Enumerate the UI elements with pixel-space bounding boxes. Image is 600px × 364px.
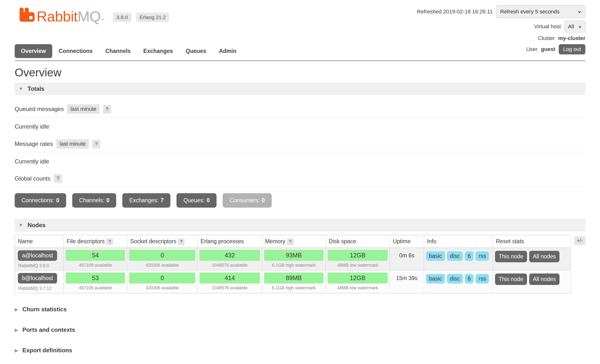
sockets-available: 420306 available — [129, 261, 195, 268]
col-reset-stats: Reset stats — [493, 235, 571, 248]
nodes-header-row: Name File descriptors? Socket descriptor… — [15, 235, 571, 248]
fd-value-bar: 54 — [66, 250, 125, 261]
disk-watermark: 48MB low watermark — [328, 261, 387, 268]
info-badge-disc: disc — [447, 274, 463, 283]
help-icon[interactable]: ? — [287, 238, 294, 245]
totals-section-label: Totals — [28, 85, 44, 92]
section-label: Churn statistics — [22, 306, 67, 313]
rates-range-badge[interactable]: last minute — [56, 139, 89, 149]
tab-connections[interactable]: Connections — [52, 44, 99, 58]
col-uptime: Uptime — [390, 235, 424, 248]
node-name-badge[interactable]: a@localhost — [18, 250, 57, 261]
tab-channels[interactable]: Channels — [99, 44, 137, 58]
help-icon[interactable]: ? — [178, 238, 185, 245]
section-ports-and-contexts[interactable]: ▶ Ports and contexts — [15, 326, 585, 333]
node-name-badge[interactable]: b@localhost — [18, 273, 57, 283]
reset-all-nodes-button[interactable]: All nodes — [529, 273, 560, 285]
col-disk-label: Disk space — [329, 238, 356, 244]
logout-button[interactable]: Log out — [559, 44, 585, 54]
channels-count-value: 0 — [106, 197, 110, 204]
info-badge-disc: disc — [447, 251, 463, 261]
connections-count-button[interactable]: Connections: 0 — [15, 193, 66, 208]
collapsed-sections: ▶ Churn statistics ▶ Ports and contexts … — [15, 306, 585, 364]
chevron-down-icon: ∨ — [578, 10, 581, 14]
nodes-section-header[interactable]: ▼ Nodes — [15, 219, 585, 232]
col-info-label: Info — [427, 238, 436, 244]
refresh-interval-select[interactable]: Refresh every 5 seconds ∨ — [496, 5, 585, 18]
sockets-value-bar: 0 — [129, 250, 195, 261]
section-label: Export definitions — [22, 347, 72, 354]
section-export-definitions[interactable]: ▶ Export definitions — [15, 347, 585, 354]
brand-rabbit: Rabbit — [37, 8, 77, 25]
memory-watermark: 6.1GB high watermark — [264, 261, 324, 268]
fd-value-bar: 53 — [66, 273, 125, 283]
memory-watermark: 6.1GB high watermark — [264, 283, 324, 291]
channels-count-label: Channels: — [79, 197, 104, 204]
col-erlang-processes: Erlang processes — [197, 235, 262, 248]
queues-count-button[interactable]: Queues: 0 — [176, 193, 217, 208]
help-icon[interactable]: ? — [92, 140, 100, 148]
reset-all-nodes-button[interactable]: All nodes — [529, 251, 560, 262]
channels-count-button[interactable]: Channels: 0 — [72, 193, 116, 208]
virtual-host-select[interactable]: All ∨ — [564, 21, 585, 32]
help-icon[interactable]: ? — [103, 105, 111, 113]
connections-count-label: Connections: — [21, 197, 54, 204]
reset-cell: This node All nodes — [493, 248, 571, 271]
info-cell: basic disc 6 rss — [424, 271, 493, 293]
info-badge-rss: rss — [476, 251, 489, 261]
rabbitmq-version-badge: 3.8.0 — [113, 13, 131, 22]
consumers-count-button[interactable]: Consumers: 0 — [223, 193, 272, 208]
rates-idle-text: Currently idle — [15, 158, 585, 165]
fd-available: 467109 available — [66, 261, 125, 268]
refresh-interval-value: Refresh every 5 seconds — [500, 9, 559, 15]
sockets-cell: 0 420306 available — [127, 271, 197, 293]
node-version: RabbitMQ 3.7.12 — [17, 283, 62, 291]
rabbitmq-logo[interactable]: RabbitMQ™ 3.8.0 Erlang 21.2 — [19, 7, 169, 24]
uptime-cell: 0m 6s — [390, 248, 424, 271]
queues-count-value: 0 — [207, 197, 210, 204]
col-mem-label: Memory — [265, 238, 285, 244]
col-disk-space: Disk space — [326, 235, 390, 248]
info-cell: basic disc 6 rss — [424, 248, 493, 271]
help-icon[interactable]: ? — [106, 238, 113, 245]
consumers-count-label: Consumers: — [229, 197, 260, 204]
procs-value-bar: 432 — [199, 250, 260, 261]
triangle-right-icon: ▶ — [15, 348, 18, 353]
exchanges-count-button[interactable]: Exchanges: 7 — [122, 193, 170, 208]
procs-available: 1048576 available — [199, 283, 260, 291]
fd-cell: 53 467109 available — [64, 271, 127, 293]
queued-range-badge[interactable]: last minute — [67, 104, 99, 114]
page-title: Overview — [15, 66, 585, 79]
reset-this-node-button[interactable]: This node — [495, 251, 527, 262]
procs-value-bar: 414 — [199, 273, 260, 283]
tab-admin[interactable]: Admin — [213, 44, 243, 58]
refreshed-timestamp: Refreshed 2019-02-18 16:26:11 — [417, 9, 493, 15]
cluster-name: my-cluster — [558, 35, 585, 41]
tab-exchanges[interactable]: Exchanges — [137, 44, 179, 58]
queued-messages-header: Queued messages last minute ? — [15, 102, 585, 117]
col-sd-label: Socket descriptors — [130, 238, 176, 244]
tab-queues[interactable]: Queues — [179, 44, 213, 58]
info-badge-basic: basic — [426, 251, 445, 261]
col-fd-label: File descriptors — [67, 238, 105, 244]
memory-cell: 89MB 6.1GB high watermark — [262, 271, 326, 293]
memory-value-bar: 93MB — [264, 250, 324, 261]
triangle-down-icon: ▼ — [19, 222, 23, 228]
triangle-down-icon: ▼ — [19, 86, 23, 91]
erlang-version-badge: Erlang 21.2 — [136, 13, 169, 22]
node-name-cell: a@localhost RabbitMQ 3.8.0 — [15, 248, 64, 271]
cluster-label: Cluster — [538, 35, 555, 41]
disk-value-bar: 12GB — [328, 250, 387, 261]
reset-this-node-button[interactable]: This node — [495, 273, 527, 285]
tab-overview[interactable]: Overview — [15, 44, 52, 58]
col-reset-label: Reset stats — [496, 238, 524, 244]
toggle-columns-button[interactable]: +/- — [574, 236, 585, 245]
col-socket-descriptors: Socket descriptors? — [127, 235, 197, 248]
section-churn-statistics[interactable]: ▶ Churn statistics — [15, 306, 585, 313]
node-row-b: b@localhost RabbitMQ 3.7.12 53 467109 av… — [15, 271, 571, 293]
fd-available: 467109 available — [66, 283, 125, 291]
exchanges-count-value: 7 — [161, 197, 164, 204]
totals-section-header[interactable]: ▼ Totals — [15, 82, 585, 95]
help-icon[interactable]: ? — [54, 174, 62, 183]
nodes-table-wrap: Name File descriptors? Socket descriptor… — [15, 235, 585, 293]
